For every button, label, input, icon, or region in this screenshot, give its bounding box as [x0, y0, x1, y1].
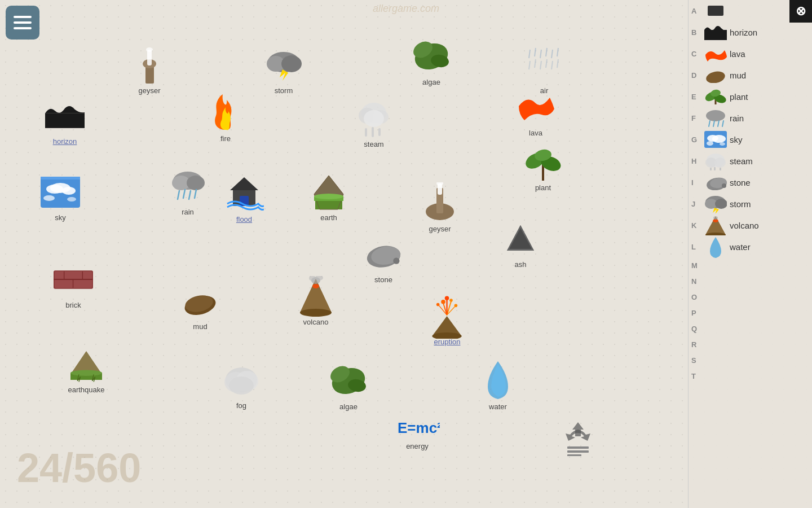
- sidebar-item-horizon[interactable]: B horizon: [689, 21, 812, 43]
- sidebar-plant-label: plant: [730, 92, 748, 102]
- element-water[interactable]: water: [478, 361, 518, 411]
- element-algae-bottom[interactable]: algae: [329, 361, 368, 411]
- svg-point-81: [312, 284, 319, 288]
- menu-button[interactable]: [6, 6, 39, 40]
- sidebar-volcano-icon: [704, 216, 727, 234]
- element-mud[interactable]: mud: [180, 281, 220, 331]
- svg-text:E=mc²: E=mc²: [398, 419, 440, 436]
- svg-point-112: [705, 70, 726, 83]
- svg-rect-131: [710, 168, 712, 170]
- close-icon: ⊗: [796, 4, 806, 19]
- element-energy[interactable]: E=mc² energy: [395, 409, 440, 450]
- eruption-label: eruption: [434, 338, 461, 346]
- svg-line-20: [546, 59, 547, 68]
- sidebar-letter-j: J: [691, 200, 695, 208]
- svg-line-43: [189, 191, 191, 199]
- sidebar-item-mud[interactable]: D mud: [689, 64, 812, 86]
- sidebar-item-rain[interactable]: F rain: [689, 107, 812, 129]
- sidebar-letter-i: I: [691, 178, 694, 187]
- sidebar-mud-icon: [704, 66, 727, 84]
- element-rain[interactable]: rain: [168, 167, 208, 216]
- volcano-icon: [296, 277, 336, 316]
- element-ash[interactable]: ash: [501, 219, 540, 269]
- sidebar-letter-c: C: [691, 50, 696, 58]
- fire-icon: [206, 93, 245, 133]
- element-geyser2[interactable]: geyser: [420, 183, 460, 233]
- menu-line-2: [14, 21, 32, 24]
- sidebar-water-label: water: [730, 242, 751, 252]
- element-geyser[interactable]: geyser: [130, 45, 169, 95]
- svg-line-119: [713, 121, 714, 126]
- svg-point-77: [300, 309, 332, 317]
- watermark: allergame.com: [373, 0, 439, 15]
- earthquake-label: earthquake: [68, 386, 104, 394]
- element-fire[interactable]: fire: [206, 93, 245, 143]
- svg-point-90: [449, 299, 453, 302]
- element-algae-top[interactable]: algae: [412, 37, 451, 86]
- sidebar-letter-n: N: [691, 277, 696, 286]
- sidebar-letter-q: Q: [691, 325, 697, 333]
- svg-rect-132: [720, 168, 721, 170]
- element-sky[interactable]: sky: [41, 172, 80, 222]
- element-earthquake[interactable]: earthquake: [67, 344, 106, 394]
- sidebar-item-stone[interactable]: I stone: [689, 172, 812, 193]
- element-flood[interactable]: flood: [224, 174, 264, 224]
- sidebar-rain-label: rain: [730, 113, 744, 123]
- flood-label: flood: [236, 215, 252, 224]
- energy-label: energy: [406, 442, 429, 450]
- element-recycle[interactable]: [558, 418, 598, 457]
- svg-point-124: [712, 135, 726, 143]
- sidebar-water-icon: [704, 238, 727, 256]
- element-plant[interactable]: plant: [523, 142, 563, 192]
- sidebar-stone-icon: [704, 173, 727, 191]
- element-earth[interactable]: earth: [309, 172, 348, 222]
- storm-label: storm: [275, 86, 293, 95]
- svg-point-101: [229, 376, 254, 395]
- svg-line-121: [722, 121, 723, 126]
- geyser2-label: geyser: [429, 225, 451, 233]
- svg-point-56: [436, 182, 443, 186]
- svg-line-13: [540, 50, 541, 58]
- element-storm[interactable]: storm: [264, 45, 303, 95]
- element-volcano[interactable]: volcano: [296, 277, 336, 326]
- element-counter: 24/560: [17, 445, 141, 491]
- sidebar-item-volcano[interactable]: K volcano: [689, 214, 812, 236]
- sidebar-item-water[interactable]: L water: [689, 236, 812, 257]
- geyser-label: geyser: [138, 86, 160, 95]
- svg-point-35: [62, 187, 76, 195]
- svg-point-129: [714, 157, 726, 168]
- sidebar-item-plant[interactable]: E plant: [689, 86, 812, 107]
- element-horizon[interactable]: horizon: [45, 96, 85, 146]
- sidebar-volcano-label: volcano: [730, 221, 759, 230]
- earth-label: earth: [320, 213, 337, 222]
- svg-rect-109: [567, 454, 581, 456]
- rain-label: rain: [182, 208, 194, 216]
- sidebar-mud-label: mud: [730, 71, 746, 80]
- sidebar-item-sky[interactable]: G sky: [689, 129, 812, 150]
- sidebar-letter-m: M: [691, 261, 698, 270]
- element-fog[interactable]: fog: [222, 360, 261, 410]
- horizon-label: horizon: [53, 137, 77, 146]
- sidebar-letter-f: F: [691, 114, 696, 122]
- element-brick[interactable]: brick: [54, 260, 93, 309]
- sidebar-item-steam[interactable]: H steam: [689, 150, 812, 172]
- mud-label: mud: [193, 322, 207, 331]
- sidebar-plant-icon: [704, 87, 727, 106]
- svg-marker-66: [509, 228, 532, 249]
- element-stone[interactable]: stone: [364, 234, 403, 284]
- menu-line-1: [14, 16, 32, 18]
- svg-line-44: [195, 190, 196, 198]
- sidebar-item-lava[interactable]: C lava: [689, 43, 812, 64]
- sidebar-item-storm[interactable]: J storm: [689, 193, 812, 214]
- svg-point-37: [67, 197, 76, 202]
- earthquake-icon: [67, 344, 106, 384]
- sidebar-steam-icon: [704, 152, 727, 170]
- svg-line-22: [557, 59, 558, 68]
- energy-icon: E=mc²: [395, 409, 440, 440]
- close-button[interactable]: ⊗: [789, 0, 812, 23]
- sidebar-horizon-label: horizon: [730, 28, 757, 37]
- sidebar-letter-g: G: [691, 135, 697, 144]
- element-steam[interactable]: steam: [354, 99, 394, 148]
- element-lava[interactable]: lava: [516, 87, 555, 137]
- element-eruption[interactable]: eruption: [427, 296, 467, 346]
